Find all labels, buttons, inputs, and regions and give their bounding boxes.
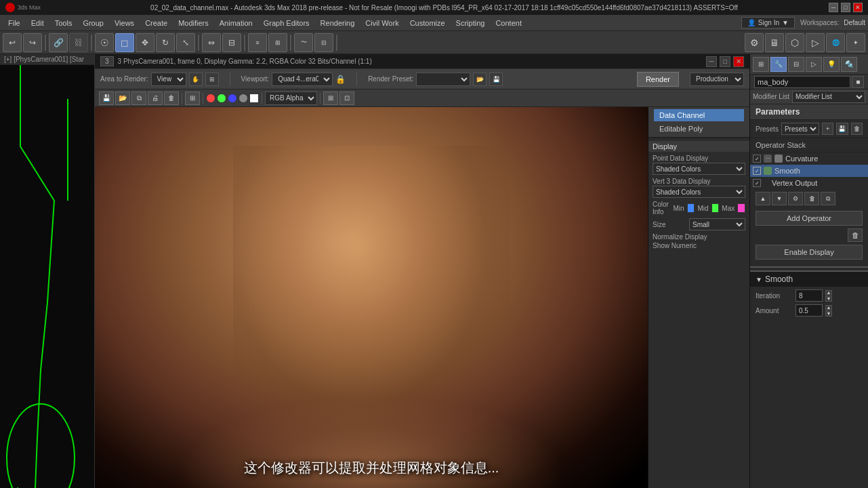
display-tab-icon[interactable]: 💡 xyxy=(823,57,840,72)
dc-item-editable-poly[interactable]: Editable Poly xyxy=(654,123,744,135)
op-move-down-button[interactable]: ▼ xyxy=(772,192,787,205)
amount-up[interactable]: ▲ xyxy=(825,305,832,310)
undo-button[interactable]: ↩ xyxy=(3,33,22,52)
clone-render-button[interactable]: ⧉ xyxy=(131,92,146,105)
op-copy-button[interactable]: ⧉ xyxy=(821,192,835,205)
smooth-checkbox[interactable]: ✓ xyxy=(753,167,761,175)
preset-dropdown[interactable] xyxy=(416,73,470,86)
delete-render-button[interactable]: 🗑 xyxy=(164,92,179,105)
preset-load-icon[interactable]: 📂 xyxy=(473,73,487,86)
sign-in-button[interactable]: 👤 Sign In ▼ xyxy=(741,17,795,28)
render-mode-dropdown[interactable]: Production xyxy=(690,73,744,86)
material-editor-button[interactable]: ⬡ xyxy=(785,33,804,52)
menu-edit[interactable]: Edit xyxy=(26,18,49,28)
modifier-name-input[interactable] xyxy=(754,76,850,88)
print-render-button[interactable]: 🖨 xyxy=(148,92,163,105)
min-color-swatch[interactable] xyxy=(687,203,695,213)
effects-button[interactable]: ✦ xyxy=(846,33,865,52)
op-delete-button[interactable]: 🗑 xyxy=(804,192,819,205)
render-window-minimize[interactable]: ─ xyxy=(706,56,717,67)
scale-button[interactable]: ⤡ xyxy=(176,33,195,52)
color-swatch-blue[interactable] xyxy=(228,94,237,103)
op-move-up-button[interactable]: ▲ xyxy=(756,192,770,205)
close-button[interactable]: ✕ xyxy=(853,3,863,12)
render-area-icon2[interactable]: ⊞ xyxy=(205,73,219,86)
modifier-list-dropdown[interactable]: Modifier List xyxy=(792,91,865,103)
menu-create[interactable]: Create xyxy=(140,18,173,28)
dc-item-data-channel[interactable]: Data Channel xyxy=(654,109,744,121)
menu-animation[interactable]: Animation xyxy=(214,18,258,28)
op-item-smooth[interactable]: ✓ Smooth xyxy=(750,165,868,177)
presets-save-icon[interactable]: 💾 xyxy=(836,123,848,135)
area-to-render-dropdown[interactable]: View xyxy=(151,73,186,86)
mid-color-swatch[interactable] xyxy=(711,203,720,213)
color-swatch-alpha[interactable] xyxy=(239,94,248,103)
menu-group[interactable]: Group xyxy=(77,18,109,28)
amount-down[interactable]: ▼ xyxy=(825,311,832,317)
mirror-button[interactable]: ⇔ xyxy=(202,33,221,52)
rotate-button[interactable]: ↻ xyxy=(156,33,175,52)
select-button[interactable]: ☉ xyxy=(95,33,114,52)
move-button[interactable]: ✥ xyxy=(136,33,154,52)
toggle-render-button[interactable]: ⊞ xyxy=(185,92,200,105)
menu-civil-work[interactable]: Civil Work xyxy=(360,18,404,28)
render-window-close[interactable]: ✕ xyxy=(733,56,744,67)
presets-delete-icon[interactable]: 🗑 xyxy=(851,123,863,135)
maximize-button[interactable]: □ xyxy=(841,3,850,12)
left-viewport-content[interactable] xyxy=(0,65,94,488)
presets-dropdown[interactable]: Presets xyxy=(781,123,819,135)
create-tab-icon[interactable]: ⊞ xyxy=(753,57,769,72)
menu-content[interactable]: Content xyxy=(490,18,527,28)
menu-customize[interactable]: Customize xyxy=(405,18,451,28)
layer-button[interactable]: ≡ xyxy=(248,33,267,52)
redo-button[interactable]: ↪ xyxy=(23,33,42,52)
align-button[interactable]: ⊟ xyxy=(222,33,241,52)
menu-scripting[interactable]: Scripting xyxy=(451,18,491,28)
menu-rendering[interactable]: Rendering xyxy=(315,18,360,28)
select-region-button[interactable]: ◻ xyxy=(115,33,134,52)
lock-icon[interactable]: 🔒 xyxy=(335,75,346,84)
link-button[interactable]: 🔗 xyxy=(49,33,68,52)
utilities-tab-icon[interactable]: 🔩 xyxy=(841,57,857,72)
menu-file[interactable]: File xyxy=(3,18,26,28)
display-toggle-button[interactable]: ⊞ xyxy=(323,92,338,105)
amount-input[interactable] xyxy=(795,304,823,317)
channel-selector[interactable]: RGB Alpha RGB Alpha xyxy=(265,92,317,105)
color-swatch-green[interactable] xyxy=(217,94,226,103)
point-data-dropdown[interactable]: Shaded Colors xyxy=(653,163,745,175)
color-swatch-white[interactable] xyxy=(249,94,259,103)
manage-scene-button[interactable]: ⊞ xyxy=(268,33,287,52)
menu-graph-editors[interactable]: Graph Editors xyxy=(258,18,315,28)
hierarchy-tab-icon[interactable]: ⊟ xyxy=(788,57,804,72)
delete-operator-button[interactable]: 🗑 xyxy=(848,228,863,242)
op-settings-button[interactable]: ⚙ xyxy=(788,192,803,205)
environment-button[interactable]: 🌐 xyxy=(826,33,845,52)
motion-tab-icon[interactable]: ▷ xyxy=(806,57,822,72)
color-box-button[interactable]: ■ xyxy=(852,76,864,88)
color-swatch-red[interactable] xyxy=(206,94,215,103)
menu-views[interactable]: Views xyxy=(109,18,140,28)
viewport-dropdown[interactable]: Quad 4...era001 xyxy=(272,73,333,86)
op-item-vertex-output[interactable]: ✓ Vertex Output xyxy=(750,177,868,189)
render-button[interactable]: Render xyxy=(637,72,679,87)
curvature-checkbox[interactable]: ✓ xyxy=(753,155,761,163)
render-button-toolbar[interactable]: ▷ xyxy=(806,33,825,52)
save-render-button[interactable]: 💾 xyxy=(99,92,114,105)
op-item-curvature[interactable]: ✓ ⋯ Curvature xyxy=(750,152,868,165)
menu-modifiers[interactable]: Modifiers xyxy=(173,18,214,28)
dope-sheet-button[interactable]: ⊟ xyxy=(314,33,333,52)
unlink-button[interactable]: ⛓ xyxy=(69,33,88,52)
render-window-maximize[interactable]: □ xyxy=(720,56,730,67)
max-color-swatch[interactable] xyxy=(737,203,745,213)
render-area-icon[interactable]: ✋ xyxy=(189,73,203,86)
vertex3d-dropdown[interactable]: Shaded Colors xyxy=(653,186,745,198)
display-toggle-button2[interactable]: ⊡ xyxy=(339,92,354,105)
menu-tools[interactable]: Tools xyxy=(49,18,78,28)
vertex-output-checkbox[interactable]: ✓ xyxy=(753,179,761,187)
iteration-input[interactable] xyxy=(795,289,823,302)
settings-button[interactable]: ⚙ xyxy=(745,33,764,52)
size-dropdown[interactable]: Small Medium Large xyxy=(689,218,745,230)
modify-tab-icon[interactable]: 🔧 xyxy=(770,57,787,72)
presets-new-icon[interactable]: + xyxy=(822,123,833,135)
iteration-up[interactable]: ▲ xyxy=(825,290,832,296)
